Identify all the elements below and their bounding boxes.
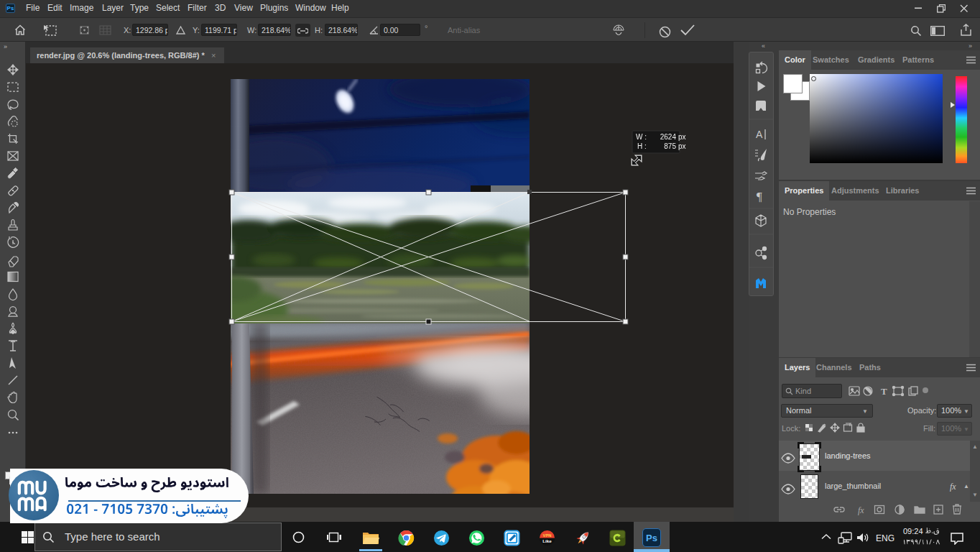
svg-text:¶: ¶ [757, 190, 762, 203]
svg-text:W :: W : [636, 133, 647, 141]
svg-text:Like: Like [542, 538, 552, 543]
svg-text:H :: H : [637, 142, 647, 150]
svg-text:875: 875 [664, 142, 676, 150]
svg-text:T: T [881, 386, 887, 397]
svg-text:2624: 2624 [660, 133, 677, 141]
svg-text:px: px [678, 142, 686, 150]
svg-text:px: px [678, 133, 686, 141]
svg-text:A: A [756, 129, 763, 140]
svg-text:VPN: VPN [543, 533, 552, 538]
svg-text:fx: fx [858, 505, 864, 515]
